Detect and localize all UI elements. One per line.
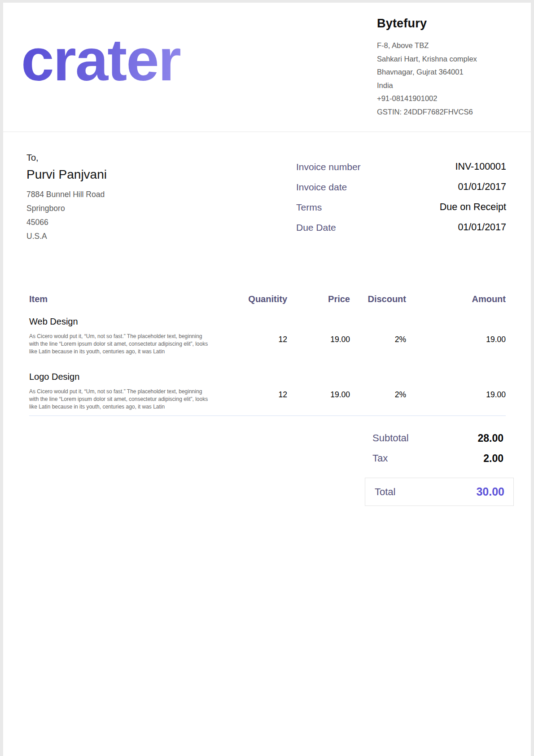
customer-address-line: 45066 (26, 215, 175, 229)
total-label: Total (375, 485, 395, 499)
company-name: Bytefury (377, 16, 525, 31)
item-cell: Web Design As Cicero would put it, “Um, … (29, 316, 215, 356)
subtotal-label: Subtotal (372, 431, 409, 445)
invoice-number-value: INV-100001 (455, 161, 506, 173)
tax-label: Tax (372, 452, 388, 465)
column-header-discount: Discount (350, 293, 406, 305)
terms-row: Terms Due on Receipt (296, 201, 506, 221)
company-address-line: Bhavnagar, Gujrat 364001 (377, 66, 525, 79)
tax-row: Tax 2.00 (372, 452, 503, 465)
company-block: Bytefury F-8, Above TBZ Sahkari Hart, Kr… (377, 16, 525, 119)
item-description: As Cicero would put it, “Um, not so fast… (29, 333, 223, 356)
item-description-line: As Cicero would put it, “Um, not so fast… (29, 388, 223, 396)
amount-cell: 19.00 (406, 316, 506, 356)
item-description-line: like Latin because in its youth, centuri… (29, 348, 223, 356)
crater-logo: crater (21, 15, 180, 105)
company-address-line: India (377, 79, 525, 92)
bill-to-block: To, Purvi Panjvani 7884 Bunnel Hill Road… (26, 151, 175, 243)
subtotal-row: Subtotal 28.00 (372, 431, 503, 445)
terms-label: Terms (296, 201, 322, 213)
invoice-number-label: Invoice number (296, 161, 361, 173)
company-phone: +91-08141901002 (377, 92, 525, 105)
column-header-quantity: Quanitity (215, 293, 287, 305)
item-description: As Cicero would put it, “Um, not so fast… (29, 388, 223, 411)
invoice-meta: Invoice number INV-100001 Invoice date 0… (296, 161, 506, 242)
invoice-page: crater Bytefury F-8, Above TBZ Sahkari H… (3, 3, 531, 756)
invoice-date-label: Invoice date (296, 181, 347, 193)
amount-cell: 19.00 (406, 371, 506, 411)
invoice-number-row: Invoice number INV-100001 (296, 161, 506, 181)
customer-address-line: U.S.A (26, 229, 175, 243)
invoice-date-value: 01/01/2017 (458, 181, 506, 193)
due-date-label: Due Date (296, 221, 336, 233)
tax-value: 2.00 (483, 452, 503, 465)
item-cell: Logo Design As Cicero would put it, “Um,… (29, 371, 215, 411)
customer-address-line: 7884 Bunnel Hill Road (26, 188, 175, 202)
discount-cell: 2% (350, 316, 406, 356)
invoice-header: crater Bytefury F-8, Above TBZ Sahkari H… (3, 3, 531, 132)
quantity-cell: 12 (215, 316, 287, 356)
company-address-line: Sahkari Hart, Krishna complex (377, 53, 525, 66)
company-address: F-8, Above TBZ Sahkari Hart, Krishna com… (377, 39, 525, 119)
due-date-value: 01/01/2017 (458, 221, 506, 233)
customer-address-line: Springboro (26, 202, 175, 215)
customer-name: Purvi Panjvani (26, 166, 175, 184)
invoice-date-row: Invoice date 01/01/2017 (296, 181, 506, 201)
item-description-line: with the line “Lorem ipsum dolor sit ame… (29, 396, 223, 403)
subtotal-value: 28.00 (477, 431, 503, 445)
table-row: Logo Design As Cicero would put it, “Um,… (29, 371, 506, 411)
table-row: Web Design As Cicero would put it, “Um, … (29, 316, 506, 356)
company-address-line: F-8, Above TBZ (377, 39, 525, 53)
company-gstin: GSTIN: 24DDF7682FHVCS6 (377, 105, 525, 119)
item-name: Logo Design (29, 371, 215, 382)
column-header-item: Item (29, 293, 215, 305)
total-value: 30.00 (476, 485, 504, 498)
table-bottom-divider (29, 415, 506, 416)
due-date-row: Due Date 01/01/2017 (296, 221, 506, 242)
bill-to-label: To, (26, 151, 175, 164)
total-box: Total 30.00 (365, 478, 514, 506)
discount-cell: 2% (350, 371, 406, 411)
column-header-price: Price (287, 293, 350, 305)
item-description-line: with the line “Lorem ipsum dolor sit ame… (29, 340, 223, 348)
price-cell: 19.00 (287, 371, 350, 411)
item-name: Web Design (29, 316, 215, 327)
item-description-line: As Cicero would put it, “Um, not so fast… (29, 333, 223, 340)
column-header-amount: Amount (406, 293, 506, 305)
price-cell: 19.00 (287, 316, 350, 356)
customer-address: 7884 Bunnel Hill Road Springboro 45066 U… (26, 188, 175, 243)
item-description-line: like Latin because in its youth, centuri… (29, 403, 223, 411)
items-table-header: Item Quanitity Price Discount Amount (29, 293, 506, 305)
terms-value: Due on Receipt (440, 201, 506, 213)
quantity-cell: 12 (215, 371, 287, 411)
